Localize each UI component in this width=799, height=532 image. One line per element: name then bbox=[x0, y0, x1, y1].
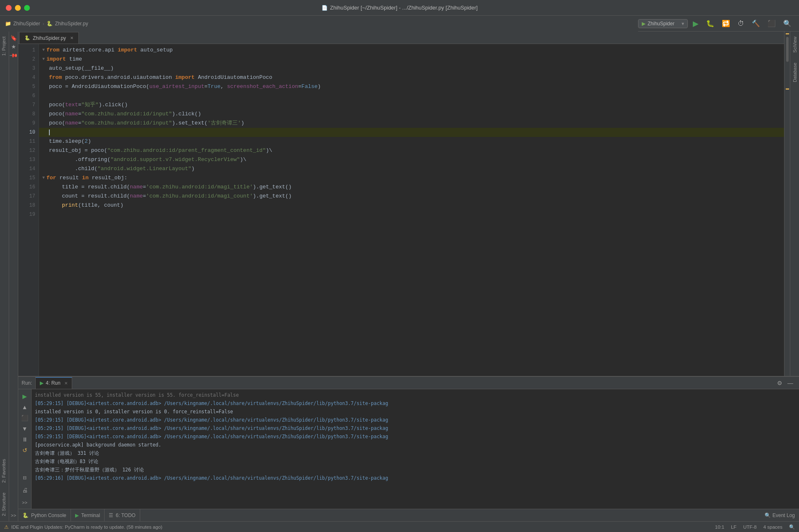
run-play-button[interactable]: ▶ bbox=[20, 392, 29, 401]
status-left: ⚠ IDE and Plugin Updates: PyCharm is rea… bbox=[4, 524, 715, 530]
run-print-button[interactable]: 🖨 bbox=[20, 486, 29, 495]
todo-tab[interactable]: ☰ 6: TODO bbox=[105, 509, 140, 522]
editor-tab-zhihuspider[interactable]: 🐍 ZhihuSpider.py ✕ bbox=[19, 32, 79, 44]
run-pause-button[interactable]: ⏸ bbox=[20, 435, 29, 444]
editor-section: 🐍 ZhihuSpider.py ✕ 1 2 3 4 5 6 7 bbox=[18, 32, 799, 376]
code-line-12: result_obj = poco("com.zhihu.android:id/… bbox=[39, 146, 784, 155]
debug-button[interactable]: 🐛 bbox=[704, 18, 717, 29]
editor-area: 🐍 ZhihuSpider.py ✕ 1 2 3 4 5 6 7 bbox=[18, 32, 784, 376]
search-everywhere-button[interactable]: 🔍 bbox=[781, 18, 794, 29]
code-line-19 bbox=[39, 210, 784, 219]
run-stop-button[interactable]: ⬛ bbox=[20, 413, 29, 422]
run-output: installed version is 55, installer versi… bbox=[32, 389, 799, 509]
pin-icon[interactable]: 📌 bbox=[9, 51, 18, 60]
line-num-8: 8 bbox=[20, 110, 35, 119]
bookmark-icon[interactable]: 🔖 bbox=[10, 35, 17, 41]
status-warning-text[interactable]: IDE and Plugin Updates: PyCharm is ready… bbox=[11, 525, 162, 530]
code-line-2: ▼ import time bbox=[39, 55, 784, 64]
run-tab[interactable]: ▶ 4: Run ✕ bbox=[36, 377, 72, 389]
breadcrumb-file[interactable]: 🐍 ZhihuSpider.py bbox=[46, 21, 88, 27]
database-panel[interactable]: Database bbox=[791, 58, 799, 87]
bottom-settings-button[interactable]: ⚙ bbox=[775, 379, 784, 387]
fold-icon-1[interactable]: ▼ bbox=[42, 46, 45, 55]
code-line-5: poco = AndroidUiautomationPoco(use_airte… bbox=[39, 82, 784, 91]
code-line-16: title = result.child(name='com.zhihu.and… bbox=[39, 183, 784, 192]
window-title: 📄 ZhihuSpider [~/ZhihuSpider] - .../Zhih… bbox=[322, 5, 478, 11]
line-num-18: 18 bbox=[20, 201, 35, 210]
python-console-icon: 🐍 bbox=[22, 512, 29, 518]
terminal-tab[interactable]: ▶ Terminal bbox=[71, 509, 105, 522]
python-console-tab[interactable]: 🐍 Python Console bbox=[18, 509, 71, 522]
code-line-15: ▼ for result in result_obj: bbox=[39, 173, 784, 183]
code-line-9: poco(name="com.zhihu.android:id/input").… bbox=[39, 119, 784, 128]
breadcrumb-project[interactable]: 📁 ZhihuSpider bbox=[5, 21, 40, 27]
run-rerun-button[interactable]: ↺ bbox=[20, 446, 29, 455]
run-softrap-button[interactable]: ⊟ bbox=[20, 473, 29, 482]
sidebar-item-project[interactable]: 1: Project bbox=[0, 32, 9, 61]
main-layout: 1: Project 2: Favorites 2: Structure 🔖 ★… bbox=[0, 32, 799, 521]
code-line-6 bbox=[39, 91, 784, 100]
scroll-mark-1 bbox=[786, 33, 789, 34]
stop-button[interactable]: ⬛ bbox=[765, 18, 778, 29]
bottom-minimize-button[interactable]: — bbox=[786, 379, 795, 387]
fold-icon-15[interactable]: ▼ bbox=[42, 173, 45, 183]
line-num-13: 13 bbox=[20, 155, 35, 164]
run-config-icon: ▶ bbox=[642, 21, 646, 27]
star-icon[interactable]: ★ bbox=[11, 44, 16, 50]
breadcrumb-sep1: › bbox=[43, 21, 44, 26]
sidebar-item-favorites[interactable]: 2: Favorites bbox=[0, 454, 9, 488]
output-line-0: installed version is 55, installer versi… bbox=[35, 391, 796, 399]
run-content: ▶ ▲ ⬛ ▼ ⏸ ↺ ⊟ 🖨 >> installed version is … bbox=[18, 389, 799, 509]
run-scroll-up[interactable]: ▲ bbox=[20, 403, 29, 412]
maximize-button[interactable] bbox=[24, 5, 30, 11]
code-line-13: .offspring("android.support.v7.widget.Re… bbox=[39, 155, 784, 164]
close-button[interactable] bbox=[6, 5, 12, 11]
output-line-4: [05:29:15] [DEBUG]<airtest.core.android.… bbox=[35, 424, 796, 432]
indent-settings[interactable]: 4 spaces bbox=[763, 525, 782, 530]
line-num-19: 19 bbox=[20, 210, 35, 219]
coverage-button[interactable]: 🔁 bbox=[719, 18, 733, 29]
file-encoding[interactable]: UTF-8 bbox=[743, 525, 757, 530]
code-line-1: ▼ from airtest.core.api import auto_setu… bbox=[39, 46, 784, 55]
run-scroll-down[interactable]: ▼ bbox=[20, 424, 29, 433]
run-button[interactable]: ▶ bbox=[690, 18, 701, 29]
code-line-11: time.sleep(2) bbox=[39, 137, 784, 146]
output-line-8: 古剑奇谭（电视剧）83 讨论 bbox=[35, 457, 796, 466]
output-line-3: [05:29:15] [DEBUG]<airtest.core.android.… bbox=[35, 416, 796, 424]
output-line-6: [pocoservice.apk] background daemon star… bbox=[35, 441, 796, 449]
profile-button[interactable]: ⏱ bbox=[735, 19, 747, 29]
status-right: 10:1 LF UTF-8 4 spaces 🔍 bbox=[715, 524, 795, 530]
line-num-4: 4 bbox=[20, 73, 35, 82]
output-line-1: [05:29:15] [DEBUG]<airtest.core.android.… bbox=[35, 399, 796, 408]
event-log-tab[interactable]: 🔍 Event Log bbox=[760, 512, 799, 518]
more-tools-icon[interactable]: >> bbox=[11, 513, 16, 518]
title-file-icon: 📄 bbox=[322, 5, 328, 11]
line-num-5: 5 bbox=[20, 82, 35, 91]
line-num-12: 12 bbox=[20, 146, 35, 155]
output-line-2: installed version is 0, installer versio… bbox=[35, 408, 796, 416]
file-icon: 🐍 bbox=[46, 21, 53, 27]
fold-icon-2[interactable]: ▼ bbox=[42, 55, 45, 64]
minimize-button[interactable] bbox=[15, 5, 21, 11]
run-label: Run: bbox=[18, 377, 36, 389]
sidebar-item-structure[interactable]: 2: Structure bbox=[0, 488, 9, 521]
bottom-tab-bar: Run: ▶ 4: Run ✕ ⚙ — bbox=[18, 377, 799, 389]
line-separator[interactable]: LF bbox=[731, 525, 736, 530]
code-line-18: print(title, count) bbox=[39, 201, 784, 210]
run-more-button[interactable]: >> bbox=[20, 498, 29, 507]
scrollbar-thumb[interactable] bbox=[786, 37, 789, 62]
terminal-icon: ▶ bbox=[75, 512, 79, 518]
run-configuration[interactable]: ▶ ZhihuSpider ▾ bbox=[638, 19, 688, 28]
code-content[interactable]: ▼ from airtest.core.api import auto_setu… bbox=[39, 44, 784, 376]
search-icon[interactable]: 🔍 bbox=[789, 524, 795, 530]
code-line-10[interactable] bbox=[39, 128, 784, 137]
line-num-11: 11 bbox=[20, 137, 35, 146]
build-button[interactable]: 🔨 bbox=[749, 18, 762, 29]
code-line-8: poco(name="com.zhihu.android:id/input").… bbox=[39, 110, 784, 119]
code-editor[interactable]: 1 2 3 4 5 6 7 8 9 10 11 12 13 14 bbox=[18, 44, 784, 376]
tab-close-button[interactable]: ✕ bbox=[70, 36, 73, 40]
sciview-panel[interactable]: SciView bbox=[791, 32, 799, 58]
run-tab-close[interactable]: ✕ bbox=[64, 381, 68, 386]
cursor-position[interactable]: 10:1 bbox=[715, 525, 724, 530]
line-num-2: 2 bbox=[20, 55, 35, 64]
